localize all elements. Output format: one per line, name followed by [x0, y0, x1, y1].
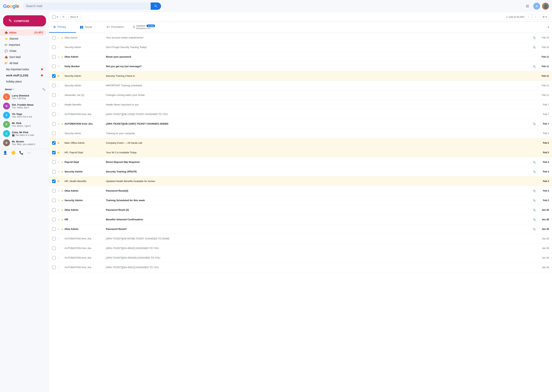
table-row[interactable]: ☆ ● Okta Admin Password Reset(3) 📎 Feb 3 [49, 186, 552, 196]
next-page-button[interactable]: › [533, 14, 539, 20]
table-row[interactable]: ☆ ● Security Admin Training Scheduled fo… [49, 196, 552, 205]
phone-icon[interactable]: 📞 [19, 151, 23, 155]
emoji-icon[interactable]: 🟡 [11, 151, 15, 155]
email-checkbox[interactable] [52, 237, 56, 240]
email-checkbox[interactable] [52, 170, 56, 173]
table-row[interactable]: ☆ ● AUTOMATION from Jira [JIRA-TICKET][A… [49, 110, 552, 119]
email-checkbox[interactable] [52, 208, 56, 212]
table-row[interactable]: ★ ● HR, Payroll Dept Your W-2 is Availab… [49, 148, 552, 157]
search-button[interactable] [151, 2, 161, 10]
email-checkbox[interactable] [52, 218, 56, 221]
email-checkbox[interactable] [52, 246, 56, 250]
email-checkbox[interactable] [52, 55, 56, 59]
star-icon[interactable]: ☆ [57, 266, 60, 269]
table-row[interactable]: ☆ ● Security Admin IMPORTANT Training sc… [49, 81, 552, 90]
email-checkbox[interactable] [52, 46, 56, 49]
star-icon[interactable]: ☆ [57, 132, 60, 135]
table-row[interactable]: ☆ ● AUTOMATION form Jira [JIRA-TICKET][A… [49, 234, 552, 244]
star-icon[interactable]: ☆ [57, 93, 60, 97]
table-row[interactable]: ☆ ● Payroll Dept Direct Deposit Slip Req… [49, 157, 552, 167]
star-icon[interactable]: ★ [57, 74, 60, 78]
star-icon[interactable]: ☆ [57, 36, 60, 39]
apps-button[interactable] [524, 2, 531, 10]
sidebar-item-chats[interactable]: 💬 Chats [0, 48, 46, 54]
select-all-checkbox[interactable] [52, 15, 56, 19]
star-icon[interactable]: ☆ [57, 122, 60, 126]
sidebar-item-todos[interactable]: My Important todos [0, 66, 46, 72]
table-row[interactable]: ☆ ● AUTOMATION from Jira [JIRA-TICKET][G… [49, 253, 552, 263]
star-icon[interactable]: ☆ [57, 45, 60, 49]
email-checkbox[interactable] [52, 74, 56, 78]
star-icon[interactable]: ☆ [57, 64, 60, 68]
refresh-button[interactable]: ↻ [60, 14, 67, 20]
email-checkbox[interactable] [52, 256, 56, 259]
add-tab-button[interactable]: + [545, 22, 552, 33]
tab-social[interactable]: 👥 Social [76, 22, 103, 33]
table-row[interactable]: ☆ ● AUTOMATION from Jira [JIRA-TICKET][A… [49, 119, 552, 129]
email-checkbox[interactable] [52, 112, 56, 116]
chat-search-button[interactable]: 🔍 [41, 87, 46, 91]
table-row[interactable]: ☆ ● Alexander, me (2) Changes coming wat… [49, 90, 552, 100]
email-checkbox[interactable] [52, 65, 56, 68]
email-checkbox[interactable] [52, 141, 56, 145]
user-avatar[interactable]: 👤 [542, 3, 549, 10]
star-icon[interactable]: ☆ [57, 208, 60, 212]
table-row[interactable]: ☆ ● Okta Admin Password Reset!! 📎 Jan 29 [49, 224, 552, 234]
account-button[interactable]: A [533, 2, 540, 10]
table-row[interactable]: ☆ ● Health Benefits Health News Importan… [49, 100, 552, 110]
table-row[interactable]: ☆ ● AUTOMATION from Jira [JIRA-TICKET][G… [49, 244, 552, 253]
email-checkbox[interactable] [52, 84, 56, 87]
email-checkbox[interactable] [52, 189, 56, 193]
email-checkbox[interactable] [52, 122, 56, 126]
person-icon[interactable]: 👤 [3, 151, 7, 155]
star-icon[interactable]: ★ [57, 151, 60, 154]
more-dots-icon[interactable]: ··· [27, 151, 31, 155]
settings-button[interactable]: ⚙ ▾ [540, 14, 549, 20]
tab-primary[interactable]: 🖥 Primary [49, 22, 76, 33]
table-row[interactable]: ★ ● HR, Health Benefits Updated Health B… [49, 176, 552, 186]
star-icon[interactable]: ☆ [57, 84, 60, 87]
tab-updates[interactable]: ℹ Updates 1 new Kickstarter.com [130, 22, 159, 33]
compose-button[interactable]: ✎ COMPOSE [3, 15, 46, 26]
table-row[interactable]: ☆ ● Security Admin Don't Forget Security… [49, 42, 552, 52]
email-checkbox[interactable] [52, 227, 56, 231]
sidebar-item-sent[interactable]: 📤 Sent Mail [0, 54, 46, 60]
email-checkbox[interactable] [52, 266, 56, 269]
chat-item-freddie[interactable]: D Det. Freddie Newa You: Haha, don't [0, 101, 49, 111]
chat-item-mrbrown[interactable]: B Mr. Brown You: Man, you nailed it [0, 138, 49, 147]
chat-item-cime[interactable]: C Cime, Mr Pink 🎬 You were in a vide [0, 129, 49, 138]
sidebar-item-starred[interactable]: ⭐ Starred [0, 35, 46, 42]
table-row[interactable]: ★ ● Security Admin Security Training Che… [49, 71, 552, 81]
sidebar-item-important[interactable]: 🏷 Important [0, 42, 46, 48]
star-icon[interactable]: ☆ [57, 246, 60, 250]
star-icon[interactable]: ☆ [57, 189, 60, 193]
email-checkbox[interactable] [52, 103, 56, 106]
star-icon[interactable]: ☆ [57, 256, 60, 259]
table-row[interactable]: ☆ ● Okta Admin Reset your password 📎 Feb… [49, 52, 552, 62]
chat-item-vic[interactable]: V Vic Vega You: Don't fck w me [0, 111, 49, 120]
email-checkbox[interactable] [52, 161, 56, 164]
sidebar-item-holiday[interactable]: holiday plans [0, 78, 46, 84]
star-icon[interactable]: ★ [57, 141, 60, 145]
sidebar-item-all[interactable]: 📂 All Mail [0, 60, 46, 66]
table-row[interactable]: ☆ ● Security Admin Security Training UPD… [49, 167, 552, 176]
star-icon[interactable]: ☆ [57, 218, 60, 221]
tab-promotions[interactable]: 🏷 Promotions [103, 22, 130, 33]
email-checkbox[interactable] [52, 180, 56, 183]
table-row[interactable]: ☆ ● Okta Admin Password Reset (2) 📎 Jan … [49, 205, 552, 215]
checkbox-dropdown[interactable]: ▾ [56, 15, 59, 19]
star-icon[interactable]: ☆ [57, 170, 60, 173]
star-icon[interactable]: ☆ [57, 55, 60, 59]
table-row[interactable]: ☆ ● Holly Booker Did you get my last mes… [49, 62, 552, 71]
chat-item-mrpink[interactable]: P Mr. Pink You: Boom, I got it [0, 120, 49, 129]
email-checkbox[interactable] [52, 132, 56, 135]
table-row[interactable]: ★ ● Main Office Admin Company Event --- … [49, 138, 552, 148]
star-icon[interactable]: ☆ [57, 160, 60, 164]
star-icon[interactable]: ☆ [57, 103, 60, 106]
star-icon[interactable]: ☆ [57, 227, 60, 231]
prev-page-button[interactable]: ‹ [526, 14, 532, 20]
email-checkbox[interactable] [52, 93, 56, 97]
sidebar-item-inbox[interactable]: 📥 Inbox (11,457) [0, 29, 46, 35]
sidebar-item-work[interactable]: work stuff (1,233) [0, 72, 46, 78]
table-row[interactable]: ☆ ● HR Benefits Selected Confirmation 📎 … [49, 215, 552, 224]
